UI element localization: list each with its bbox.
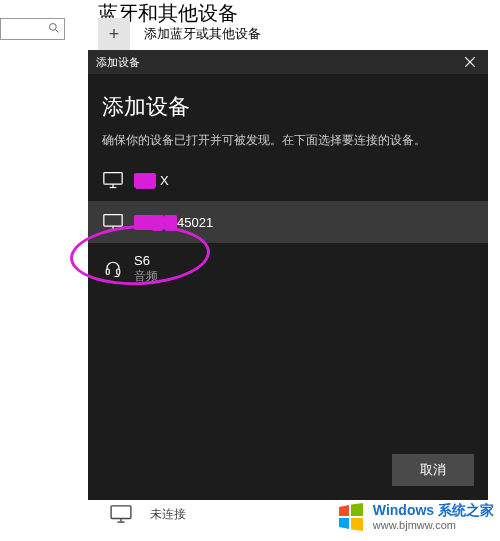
add-device-modal: 添加设备 添加设备 确保你的设备已打开并可被发现。在下面选择要连接的设备。 ██… [88, 50, 488, 500]
status-label: 未连接 [150, 506, 186, 523]
headset-icon [102, 258, 124, 280]
modal-subheading: 确保你的设备已打开并可被发现。在下面选择要连接的设备。 [102, 132, 474, 149]
modal-window-title: 添加设备 [96, 55, 140, 70]
device-name: H8██45021 [134, 215, 213, 230]
svg-rect-7 [104, 215, 122, 227]
watermark: Windows 系统之家 www.bjmww.com [335, 501, 494, 533]
watermark-title: Windows 系统之家 [373, 503, 494, 518]
display-icon [110, 505, 132, 523]
modal-footer: 取消 [88, 444, 488, 500]
device-item[interactable]: H8██45021 [88, 201, 488, 243]
device-list: ██ X H8██45021 S6 音频 [88, 159, 488, 444]
cancel-button[interactable]: 取消 [392, 454, 474, 486]
add-bluetooth-label: 添加蓝牙或其他设备 [144, 25, 261, 43]
svg-rect-10 [106, 269, 109, 274]
display-icon [102, 211, 124, 233]
svg-rect-11 [117, 269, 120, 274]
watermark-url: www.bjmww.com [373, 519, 494, 531]
svg-line-1 [56, 29, 59, 32]
status-row: 未连接 [110, 505, 186, 523]
device-name: S6 [134, 253, 158, 268]
svg-rect-12 [111, 506, 131, 519]
modal-header: 添加设备 确保你的设备已打开并可被发现。在下面选择要连接的设备。 [88, 74, 488, 159]
add-bluetooth-row[interactable]: + 添加蓝牙或其他设备 [98, 18, 261, 50]
display-icon [102, 169, 124, 191]
close-icon [465, 57, 475, 67]
svg-rect-4 [104, 173, 122, 185]
device-item[interactable]: S6 音频 [88, 243, 488, 295]
device-subtitle: 音频 [134, 268, 158, 285]
plus-icon: + [98, 18, 130, 50]
windows-logo-icon [335, 501, 367, 533]
device-name: ██ X [134, 173, 169, 188]
device-item[interactable]: ██ X [88, 159, 488, 201]
close-button[interactable] [460, 52, 480, 72]
search-icon [48, 22, 60, 37]
search-input[interactable] [0, 18, 65, 40]
svg-point-0 [50, 23, 57, 30]
modal-heading: 添加设备 [102, 92, 474, 122]
modal-title-bar: 添加设备 [88, 50, 488, 74]
